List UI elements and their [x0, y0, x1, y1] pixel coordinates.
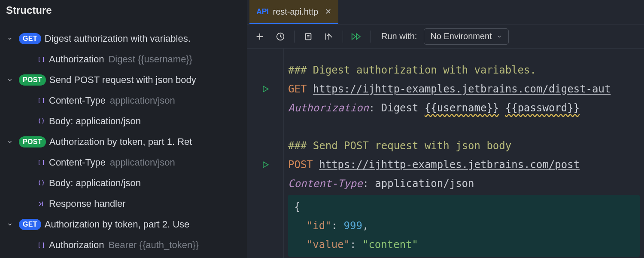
- code-json-key: "id": [307, 220, 331, 232]
- tree-node-header[interactable]: Authorization Bearer {{auth_token}}: [0, 235, 247, 255]
- code-header-value: : Digest: [369, 102, 425, 114]
- header-name: Content-Type: [49, 95, 106, 106]
- editor-gutter: [247, 49, 284, 258]
- tree-node-request[interactable]: POST Authorization by token, part 1. Ret: [0, 132, 247, 152]
- run-request-gutter-button[interactable]: [247, 155, 283, 174]
- api-icon: API: [256, 7, 269, 16]
- structure-tree: GET Digest authorization with variables.…: [0, 19, 247, 255]
- code-method: GET: [288, 83, 307, 95]
- close-icon[interactable]: ✕: [325, 7, 331, 16]
- code-variable: {{password}}: [505, 102, 580, 114]
- tree-node-header[interactable]: Content-Type application/json: [0, 90, 247, 111]
- method-badge: POST: [19, 74, 46, 86]
- header-name: Content-Type: [49, 157, 106, 168]
- method-badge: GET: [19, 219, 41, 230]
- editor-tabbar: API rest-api.http ✕: [247, 0, 644, 24]
- chevron-down-icon: [496, 34, 502, 40]
- tree-node-body[interactable]: Body: application/json: [0, 111, 247, 132]
- history-button[interactable]: [273, 30, 287, 43]
- editor-tab[interactable]: API rest-api.http ✕: [249, 0, 338, 24]
- body-label: Body: application/json: [49, 116, 141, 127]
- svg-marker-9: [263, 86, 268, 92]
- run-request-gutter-button[interactable]: [247, 80, 283, 98]
- header-name: Authorization: [49, 240, 104, 251]
- environment-dropdown[interactable]: No Environment: [424, 28, 508, 45]
- code-url: https://ijhttp-examples.jetbrains.com/po…: [319, 159, 580, 171]
- run-all-button[interactable]: [350, 30, 364, 43]
- response-handler-label: Response handler: [49, 198, 126, 209]
- tab-filename: rest-api.http: [273, 7, 319, 17]
- examples-button[interactable]: [301, 30, 315, 43]
- run-with-label: Run with:: [381, 31, 417, 41]
- tree-node-label: Send POST request with json body: [49, 74, 196, 86]
- tree-node-header[interactable]: Content-Type application/json: [0, 152, 247, 173]
- tree-node-request[interactable]: GET Authorization by token, part 2. Use: [0, 214, 247, 235]
- code-variable: {{username}}: [425, 102, 499, 114]
- svg-marker-10: [263, 162, 268, 167]
- braces-icon: [37, 179, 46, 187]
- svg-marker-8: [356, 34, 360, 40]
- brackets-icon: [37, 55, 46, 63]
- tree-node-label: Authorization by token, part 2. Use: [45, 219, 190, 230]
- add-request-button[interactable]: [253, 30, 267, 43]
- code-method: POST: [288, 159, 313, 171]
- code-brace: {: [294, 201, 300, 213]
- code-header-name: Authorization: [288, 102, 369, 114]
- header-value: Digest {{username}}: [108, 54, 192, 65]
- code-header-value: : application/json: [362, 178, 474, 190]
- code-punct: :: [331, 220, 344, 232]
- tree-node-body[interactable]: Body: application/json: [0, 173, 247, 194]
- braces-icon: [37, 117, 46, 125]
- code-comment: ### Send POST request with json body: [288, 140, 511, 152]
- chevron-down-icon: [6, 221, 14, 227]
- import-button[interactable]: [322, 30, 336, 43]
- brackets-icon: [37, 97, 46, 104]
- code-json-key: "value": [307, 239, 350, 251]
- body-label: Body: application/json: [49, 178, 141, 189]
- code-json-string: "content": [362, 239, 418, 251]
- tree-node-request[interactable]: POST Send POST request with json body: [0, 70, 247, 90]
- header-value: application/json: [110, 157, 175, 168]
- tree-node-label: Authorization by token, part 1. Ret: [49, 136, 192, 147]
- code-url: https://ijhttp-examples.jetbrains.com/di…: [313, 83, 611, 95]
- method-badge: POST: [19, 136, 46, 147]
- chevron-down-icon: [6, 36, 14, 42]
- svg-marker-7: [352, 34, 356, 40]
- header-value: Bearer {{auth_token}}: [108, 240, 198, 251]
- tree-node-response-handler[interactable]: Response handler: [0, 194, 247, 214]
- editor-toolbar: Run with: No Environment: [247, 24, 644, 48]
- header-name: Authorization: [49, 54, 104, 65]
- separator: [371, 31, 371, 43]
- code-header-name: Content-Type: [288, 178, 362, 190]
- separator: [343, 31, 343, 43]
- tree-node-header[interactable]: Authorization Digest {{username}}: [0, 49, 247, 70]
- code-editor[interactable]: ### Digest authorization with variables.…: [284, 49, 644, 258]
- environment-value: No Environment: [430, 31, 492, 41]
- code-body-block: { "id": 999, "value": "content": [288, 195, 640, 257]
- brackets-icon: [37, 159, 46, 166]
- tree-node-label: Digest authorization with variables.: [45, 33, 191, 44]
- brackets-icon: [37, 241, 46, 249]
- structure-title: Structure: [0, 0, 247, 19]
- code-comment: ### Digest authorization with variables.: [288, 64, 536, 76]
- tree-node-request[interactable]: GET Digest authorization with variables.: [0, 28, 247, 49]
- separator: [294, 31, 295, 43]
- method-badge: GET: [19, 33, 41, 44]
- chevron-down-icon: [6, 77, 14, 83]
- chevron-down-icon: [6, 139, 14, 145]
- code-punct: ,: [362, 220, 368, 232]
- code-json-number: 999: [344, 220, 362, 232]
- code-punct: :: [350, 239, 362, 251]
- header-value: application/json: [110, 95, 175, 106]
- chevron-right-bar-icon: [37, 200, 46, 208]
